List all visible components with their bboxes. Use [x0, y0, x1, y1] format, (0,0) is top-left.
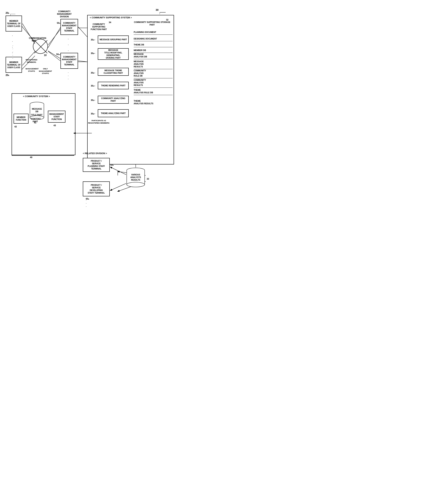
message-theme-classifying: MESSAGE THEME CLASSIFYING PART	[98, 68, 129, 76]
title-part-label: · TITLE PART	[30, 114, 43, 116]
community-analysis-rule-db: COMMUNITY ANALYSIS RULE DB	[134, 69, 173, 78]
ref-40: 40	[30, 156, 32, 159]
ref-50m: 50ₘ:	[56, 53, 61, 56]
member-terminal-1: MEMBER TERMINAL OF USER CLASS	[6, 15, 22, 31]
css-storage-title: COMMUNITY SUPPORTING STORAGE PART	[133, 21, 172, 26]
planning-document: PLANNING DOCUMENT	[134, 31, 173, 35]
community-analyzing-part: COMMUNITY ANALYZING PART	[98, 96, 129, 104]
network-circle	[33, 39, 48, 54]
ref-42: 42	[14, 125, 17, 128]
main-diagram: 30 20₁ MEMBER TERMINAL OF USER CLASS ···…	[0, 0, 180, 211]
community-mgmt-staff-terminal-1: COMMUNITY MANAGEMENT STAFF TERMINAL	[61, 19, 78, 35]
css-title: < COMMUNITY SUPPORTING SYSTEM >	[90, 16, 132, 19]
ref-302: 30₂–	[91, 52, 95, 55]
ref-20-1: 20₁	[6, 12, 9, 15]
community-mgmt-staff-terminal-m: COMMUNITY MANAGEMENT STAFF TERMINAL	[61, 53, 78, 69]
theme-analysis-rule-db: THEME ANALYSIS RULE DB	[134, 89, 173, 95]
message-analysis-db: MESSAGE ANALYSIS DB	[134, 53, 173, 59]
registered-members-label: REGISTERED MEMBERS	[26, 59, 38, 63]
ref-601: 60₁	[110, 163, 114, 166]
theme-renewing-part: THEME RENEWING PART	[98, 82, 129, 89]
ref-20-n: 20ₙ	[6, 74, 9, 77]
dots-2: ···	[68, 36, 69, 53]
dots-4: ······	[12, 44, 13, 63]
community-analysis-results: COMMUNITY ANALYSIS RESULTS	[134, 79, 173, 88]
member-db: MEMBER DB	[134, 49, 173, 53]
ref-34: 34	[109, 21, 111, 24]
designing-document: DESIGNING DOCUMENT	[134, 37, 173, 41]
svg-line-46	[78, 27, 87, 37]
css-function-part-label: COMMUNITY SUPPORTING FUNCTION PART	[89, 23, 109, 31]
message-analysis-results: MESSAGE ANALYSIS RESULTS	[134, 60, 173, 69]
ref-306: 30₆–	[91, 112, 95, 115]
svg-line-39	[110, 167, 126, 175]
product-planning-terminal: PRODUCT / SERVICE PLANNING STAFF TERMINA…	[83, 158, 110, 172]
management-staff-function: MANAGEMENT STAFF FUNCTION	[48, 111, 65, 123]
svg-point-38	[127, 182, 145, 187]
member-function-box: MEMBER FUNCTION	[14, 114, 29, 124]
community-system-title: < COMMUNITY SYSTEM >	[23, 95, 50, 98]
dots-3: ···	[68, 71, 69, 80]
theme-analysis-results: THEME ANALYSIS RESULTS	[134, 100, 173, 105]
only-management-staffs: ONLY MANAGEMENT STAFFS	[39, 68, 52, 75]
management-staffs-label: MANAGEMENT STAFFS	[26, 68, 38, 72]
ref-305: 30₅–	[91, 99, 95, 102]
ref-303: 30₃–	[91, 71, 95, 74]
ref-33: 33	[147, 178, 149, 180]
community-mgmt-div: COMMUNITY MANAGEMENT DIVISION	[53, 7, 76, 21]
various-analysts-cylinder: VARIOUS ANALYSTS RESULTS	[126, 167, 146, 187]
theme-db: THEME DB	[134, 44, 173, 47]
product-developing-terminal: PRODUCT / SERVICE DEVELOPING STAFF TERMI…	[83, 181, 110, 196]
svg-line-47	[78, 61, 87, 62]
svg-line-44	[48, 30, 60, 45]
ref-301: 30₁–	[91, 38, 95, 41]
content-part-label: · CONTENT PART	[30, 118, 41, 123]
member-terminal-n: MEMBER TERMINAL OF USER CLASS	[6, 57, 22, 73]
related-division-label: < RELATED DIVISION >	[83, 152, 107, 155]
ref-43: 43	[53, 124, 56, 127]
svg-line-2	[48, 27, 61, 48]
message-db-cylinder: MESSAGE DB	[29, 102, 45, 120]
ref-10: 10	[44, 54, 46, 57]
dots-5: ···	[86, 198, 87, 208]
theme-analyzing-part: THEME ANALYZING PART	[98, 109, 129, 117]
message-title-modifying: MESSAGE TITLE MODIFYING, GENERATING, DIV…	[98, 48, 129, 60]
ref-304: 30₄–	[91, 84, 95, 87]
participate-label: PARTICIPATE AS REGISTERED MEMBERS	[88, 120, 110, 124]
ref-30: 30	[156, 8, 158, 12]
message-grouping-part: MESSAGE GROUPING PART	[98, 36, 129, 44]
svg-line-40	[110, 183, 126, 190]
